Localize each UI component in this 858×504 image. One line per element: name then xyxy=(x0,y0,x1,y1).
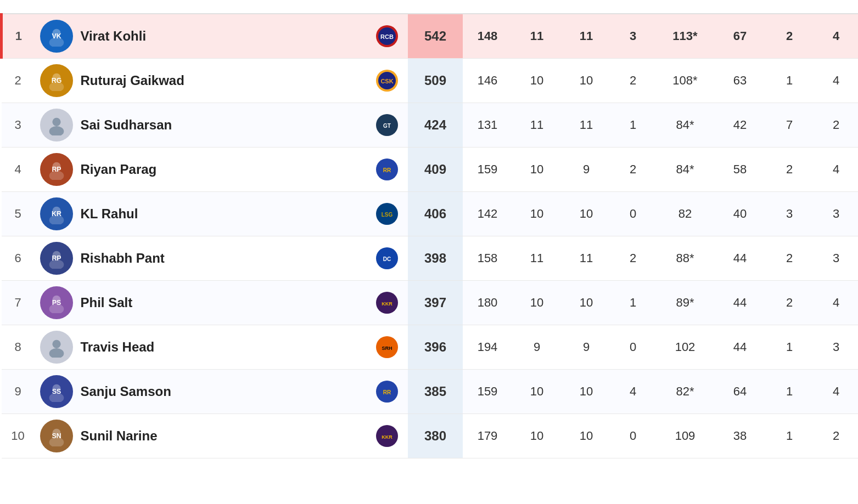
player-name: Riyan Parag xyxy=(81,162,157,177)
table-row: 5 KR KL Rahul LSG 406 142 10 10 0 82 40 … xyxy=(2,192,859,236)
svg-text:KKR: KKR xyxy=(382,434,392,440)
avg-cell: 42 xyxy=(715,103,765,148)
avg-cell: 44 xyxy=(715,281,765,325)
player-cell[interactable]: SN Sunil Narine xyxy=(35,414,370,458)
sr-cell: 180 xyxy=(463,281,512,325)
runs-cell: 542 xyxy=(408,14,463,59)
avg-cell: 38 xyxy=(715,414,765,458)
rank-cell: 5 xyxy=(2,192,35,236)
avg-cell: 44 xyxy=(715,325,765,370)
mat-cell: 10 xyxy=(512,414,562,458)
no-cell: 2 xyxy=(611,148,655,192)
rank-cell: 7 xyxy=(2,281,35,325)
inn-cell: 10 xyxy=(562,59,611,103)
mat-cell: 11 xyxy=(512,103,562,148)
hs-cell: 84* xyxy=(655,148,715,192)
col-header-rank xyxy=(2,0,35,14)
no-cell: 4 xyxy=(611,370,655,414)
runs-cell: 424 xyxy=(408,103,463,148)
team-cell: SRH xyxy=(369,325,408,370)
avg-cell: 67 xyxy=(715,14,765,59)
mat-cell: 10 xyxy=(512,148,562,192)
player-name: KL Rahul xyxy=(81,206,138,222)
player-cell[interactable]: PS Phil Salt xyxy=(35,281,370,325)
mat-cell: 11 xyxy=(512,14,562,59)
player-cell[interactable]: RG Ruturaj Gaikwad xyxy=(35,59,370,103)
player-name: Ruturaj Gaikwad xyxy=(81,73,184,88)
svg-text:RR: RR xyxy=(383,167,391,173)
player-cell[interactable]: Sai Sudharsan xyxy=(35,103,370,148)
mat-cell: 10 xyxy=(512,370,562,414)
table-header-row xyxy=(2,0,859,14)
team-cell: CSK xyxy=(369,59,408,103)
player-cell[interactable]: RP Riyan Parag xyxy=(35,148,370,192)
table-body: 1 VK Virat Kohli RCB 542 148 11 11 3 113… xyxy=(2,14,859,458)
svg-point-12 xyxy=(52,118,60,126)
no-cell: 1 xyxy=(611,281,655,325)
runs-cell: 409 xyxy=(408,148,463,192)
rank-cell: 8 xyxy=(2,325,35,370)
svg-text:RP: RP xyxy=(52,254,61,262)
rank-cell: 10 xyxy=(2,414,35,458)
svg-text:PS: PS xyxy=(52,299,60,307)
table-row: 3 Sai Sudharsan GT 424 131 11 11 1 84* 4… xyxy=(2,103,859,148)
avg-cell: 64 xyxy=(715,370,765,414)
mat-cell: 10 xyxy=(512,192,562,236)
sr-cell: 146 xyxy=(463,59,512,103)
player-cell[interactable]: SS Sanju Samson xyxy=(35,370,370,414)
col-header-inn xyxy=(562,0,611,14)
sr-cell: 159 xyxy=(463,370,512,414)
table-row: 1 VK Virat Kohli RCB 542 148 11 11 3 113… xyxy=(2,14,859,59)
hs-cell: 108* xyxy=(655,59,715,103)
sr-cell: 179 xyxy=(463,414,512,458)
rank-cell: 1 xyxy=(2,14,35,59)
rank-cell: 9 xyxy=(2,370,35,414)
rank-cell: 4 xyxy=(2,148,35,192)
sr-cell: 159 xyxy=(463,148,512,192)
team-cell: GT xyxy=(369,103,408,148)
mat-cell: 10 xyxy=(512,281,562,325)
player-name: Travis Head xyxy=(81,339,155,355)
runs-cell: 509 xyxy=(408,59,463,103)
avg-cell: 58 xyxy=(715,148,765,192)
player-cell[interactable]: KR KL Rahul xyxy=(35,192,370,236)
player-cell[interactable]: Travis Head xyxy=(35,325,370,370)
table-row: 2 RG Ruturaj Gaikwad CSK 509 146 10 10 2… xyxy=(2,59,859,103)
table-row: 10 SN Sunil Narine KKR 380 179 10 10 0 1… xyxy=(2,414,859,458)
svg-text:KKR: KKR xyxy=(382,301,392,307)
svg-text:LSG: LSG xyxy=(382,212,393,218)
col-header-team xyxy=(369,0,408,14)
thirties-cell: 2 xyxy=(765,281,814,325)
player-cell[interactable]: VK Virat Kohli xyxy=(35,14,370,59)
team-cell: LSG xyxy=(369,192,408,236)
table-row: 6 RP Rishabh Pant DC 398 158 11 11 2 88*… xyxy=(2,236,859,281)
svg-text:SS: SS xyxy=(52,388,60,395)
avg-cell: 63 xyxy=(715,59,765,103)
table-row: 9 SS Sanju Samson RR 385 159 10 10 4 82*… xyxy=(2,370,859,414)
player-name: Virat Kohli xyxy=(81,29,147,44)
team-cell: RR xyxy=(369,148,408,192)
hs-cell: 82 xyxy=(655,192,715,236)
thirties-cell: 2 xyxy=(765,14,814,59)
inn-cell: 9 xyxy=(562,325,611,370)
fifties-cell: 3 xyxy=(814,325,858,370)
fifties-cell: 2 xyxy=(814,414,858,458)
col-header-no xyxy=(611,0,655,14)
svg-text:RP: RP xyxy=(52,166,61,173)
batting-stats-table: 1 VK Virat Kohli RCB 542 148 11 11 3 113… xyxy=(0,0,858,458)
fifties-cell: 4 xyxy=(814,281,858,325)
svg-point-36 xyxy=(52,340,60,348)
fifties-cell: 4 xyxy=(814,14,858,59)
no-cell: 0 xyxy=(611,325,655,370)
svg-text:SRH: SRH xyxy=(382,346,392,351)
player-name: Sunil Narine xyxy=(81,428,158,444)
svg-point-37 xyxy=(49,348,64,358)
thirties-cell: 1 xyxy=(765,414,814,458)
col-header-player xyxy=(35,0,370,14)
svg-text:RG: RG xyxy=(51,77,61,84)
player-name: Sanju Samson xyxy=(81,384,171,399)
player-cell[interactable]: RP Rishabh Pant xyxy=(35,236,370,281)
team-cell: RCB xyxy=(369,14,408,59)
inn-cell: 10 xyxy=(562,281,611,325)
runs-cell: 380 xyxy=(408,414,463,458)
